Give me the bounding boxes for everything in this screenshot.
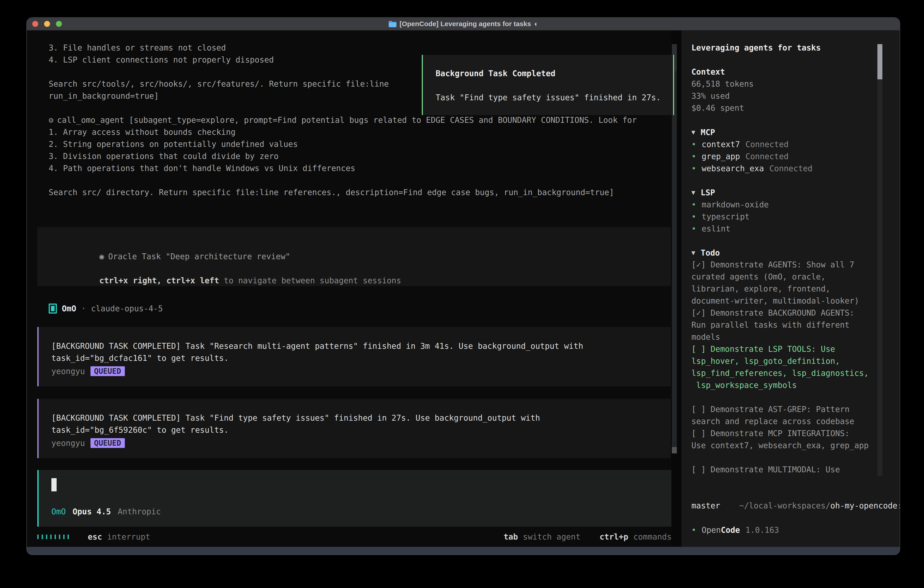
agent-model: claude-opus-4-5 bbox=[91, 304, 163, 313]
minimize-button[interactable] bbox=[44, 21, 50, 27]
todo-item-done: document-writer, multimodal-looker) bbox=[691, 295, 900, 307]
spinner-dots-icon bbox=[37, 535, 71, 539]
agent-header: OmO · claude-opus-4-5 bbox=[49, 302, 672, 314]
status-dot-icon: • bbox=[691, 140, 696, 149]
chat-line: 3. File handles or streams not closed bbox=[49, 42, 672, 54]
folder-icon bbox=[388, 20, 396, 27]
status-dot-icon: • bbox=[691, 224, 696, 233]
chat-line: 1. Array access without bounds checking bbox=[49, 126, 672, 138]
agent-name: OmO bbox=[62, 304, 76, 313]
background-task-notification[interactable]: Background Task Completed Task "Find typ… bbox=[422, 55, 674, 115]
mcp-section-header[interactable]: ▼ MCP bbox=[691, 126, 900, 138]
workspace-path-prefix: ~/local-workspaces/ bbox=[739, 501, 830, 510]
todo-item-pending: Use context7, websearch_exa, grep_app bbox=[691, 439, 900, 452]
todo-item-done: models bbox=[691, 331, 900, 343]
notification-title: Background Task Completed bbox=[436, 68, 673, 79]
context-section: Context 66,518 tokens 33% used $0.46 spe… bbox=[691, 66, 900, 114]
background-task-message[interactable]: [BACKGROUND TASK COMPLETED] Task "Find t… bbox=[37, 399, 671, 458]
app-version: 1.0.163 bbox=[746, 525, 779, 535]
opencode-window: [OpenCode] Leveraging agents for tasks ◐… bbox=[26, 17, 900, 555]
sidebar-scrollbar-thumb[interactable] bbox=[878, 44, 883, 79]
queued-badge: QUEUED bbox=[91, 366, 125, 376]
todo-item-active: [ ] Demonstrate LSP TOOLS: Use bbox=[691, 343, 900, 355]
mcp-section: ▼ MCP • context7 Connected • grep_app Co… bbox=[691, 126, 900, 174]
esc-key-hint: esc bbox=[88, 532, 102, 542]
esc-key-label: interrupt bbox=[107, 532, 150, 542]
mcp-item: • grep_app Connected bbox=[691, 150, 900, 162]
message-author: yeongyu bbox=[51, 439, 85, 448]
tool-call-line: ⚙ call_omo_agent [subagent_type=explore,… bbox=[49, 114, 672, 126]
chevron-down-icon: ▼ bbox=[691, 129, 695, 136]
status-dot-icon: • bbox=[691, 152, 696, 161]
context-used: 33% used bbox=[691, 90, 900, 102]
chat-line: 3. Division operations that could divide… bbox=[49, 150, 672, 162]
background-task-message[interactable]: [BACKGROUND TASK COMPLETED] Task "Resear… bbox=[37, 327, 671, 386]
ctrlp-key-hint: ctrl+p bbox=[599, 532, 628, 542]
window-title-text: [OpenCode] Leveraging agents for tasks bbox=[399, 20, 531, 28]
mcp-item: • websearch_exa Connected bbox=[691, 162, 900, 174]
workspace-repo: oh-my-opencode: bbox=[830, 501, 900, 510]
window-title: [OpenCode] Leveraging agents for tasks ◐ bbox=[388, 20, 538, 28]
tab-key-label: switch agent bbox=[523, 532, 581, 542]
todo-item-pending: [ ] Demonstrate MCP INTEGRATIONS: bbox=[691, 428, 900, 439]
oracle-task-card[interactable]: ◉Oracle Task "Deep architecture review" … bbox=[37, 227, 671, 286]
todo-item-done: [✓] Demonstrate BACKGROUND AGENTS: bbox=[691, 307, 900, 319]
context-spent: $0.46 spent bbox=[691, 102, 900, 114]
input-provider-name: Anthropic bbox=[118, 507, 161, 516]
radio-circle-icon: ◉ bbox=[99, 252, 104, 261]
ctrlp-key-label: commands bbox=[633, 532, 672, 542]
agent-checkbox-icon bbox=[49, 304, 57, 314]
status-dot-icon: • bbox=[691, 212, 696, 221]
todo-item-pending: search and replace across codebase bbox=[691, 415, 900, 428]
subagent-nav-hint: ctrl+x right, ctrl+x left to navigate be… bbox=[51, 263, 671, 275]
todo-section-header[interactable]: ▼ Todo bbox=[691, 247, 900, 259]
todo-item-active: lsp_workspace_symbols bbox=[691, 379, 900, 391]
tool-call-text: call_omo_agent [subagent_type=explore, p… bbox=[57, 114, 637, 126]
status-bar: esc interrupt tab switch agent ctrl+p co… bbox=[37, 531, 672, 543]
todo-item-active: lsp_hover, lsp_goto_definition, bbox=[691, 355, 900, 367]
chevron-down-icon: ▼ bbox=[691, 249, 695, 256]
todo-section: ▼ Todo [✓] Demonstrate AGENTS: Show all … bbox=[691, 247, 900, 476]
queued-badge: QUEUED bbox=[91, 438, 125, 448]
lsp-heading: LSP bbox=[701, 188, 715, 197]
workspace-path: ~/local-workspaces/oh-my-opencode: maste… bbox=[691, 488, 900, 512]
text-cursor bbox=[51, 478, 57, 491]
mcp-item: • context7 Connected bbox=[691, 138, 900, 150]
opencode-version: • OpenCode 1.0.163 bbox=[691, 524, 900, 536]
status-dot-icon: • bbox=[691, 164, 696, 173]
chat-line bbox=[49, 174, 672, 187]
todo-item-pending: [ ] Demonstrate MULTIMODAL: Use bbox=[691, 464, 900, 476]
todo-heading: Todo bbox=[701, 248, 720, 258]
model-selector[interactable]: OmO Opus 4.5 Anthropic bbox=[51, 505, 676, 517]
prompt-input[interactable]: OmO Opus 4.5 Anthropic bbox=[37, 470, 676, 527]
context-heading: Context bbox=[691, 66, 900, 78]
todo-item-done: curated agents (OmO, oracle, bbox=[691, 271, 900, 283]
lsp-section: ▼ LSP • markdown-oxide • typescript • es… bbox=[691, 187, 900, 235]
context-tokens: 66,518 tokens bbox=[691, 78, 900, 90]
session-state-icon: ◐ bbox=[534, 20, 538, 28]
gear-icon: ⚙ bbox=[49, 114, 53, 126]
lsp-section-header[interactable]: ▼ LSP bbox=[691, 187, 900, 198]
chat-line: Search src/ directory. Return specific f… bbox=[49, 187, 672, 198]
window-footer-strip bbox=[27, 547, 900, 555]
chevron-down-icon: ▼ bbox=[691, 189, 695, 196]
lsp-item: • markdown-oxide bbox=[691, 198, 900, 211]
sidebar-scrollbar[interactable] bbox=[878, 44, 883, 476]
oracle-task-title: Oracle Task "Deep architecture review" bbox=[108, 252, 290, 261]
titlebar: [OpenCode] Leveraging agents for tasks ◐ bbox=[27, 18, 900, 30]
status-dot-icon: • bbox=[691, 525, 696, 535]
message-line: [BACKGROUND TASK COMPLETED] Task "Find t… bbox=[51, 412, 671, 424]
todo-item-done: librarian, explore, frontend, bbox=[691, 283, 900, 295]
chat-line: 2. String operations on potentially unde… bbox=[49, 138, 672, 150]
lsp-item: • typescript bbox=[691, 211, 900, 223]
close-button[interactable] bbox=[32, 21, 38, 27]
lsp-item: • eslint bbox=[691, 223, 900, 235]
input-agent-name: OmO bbox=[51, 507, 66, 516]
todo-item-active: lsp_find_references, lsp_diagnostics, bbox=[691, 367, 900, 379]
zoom-button[interactable] bbox=[56, 21, 62, 27]
message-line: task_id="bg_6f59260c" to get results. bbox=[51, 424, 671, 436]
session-title: Leveraging agents for tasks bbox=[691, 42, 900, 54]
chat-scrollbar-thumb[interactable] bbox=[672, 447, 677, 453]
separator-dot: · bbox=[81, 304, 86, 313]
todo-item-pending: [ ] Demonstrate AST-GREP: Pattern bbox=[691, 403, 900, 415]
